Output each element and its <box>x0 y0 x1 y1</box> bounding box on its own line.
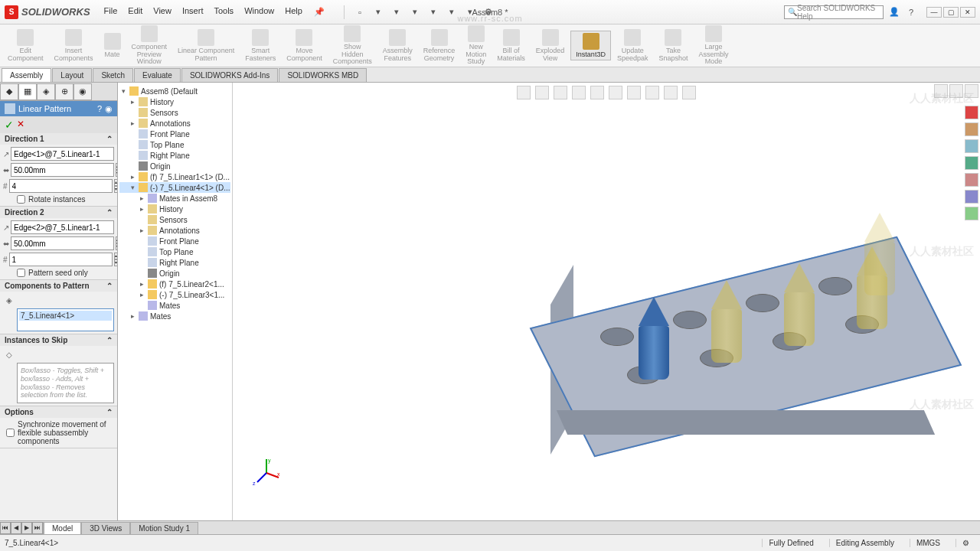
pin-icon[interactable]: 📌 <box>313 6 325 18</box>
section-icon[interactable] <box>572 86 586 99</box>
cmdtab-assembly[interactable]: Assembly <box>2 68 51 82</box>
tree-node[interactable]: ▸(-) 7_5.Linear3<1... <box>119 289 230 300</box>
tree-node[interactable]: Origin <box>119 161 230 171</box>
tree-node[interactable]: Front Plane <box>119 129 230 139</box>
ribbon-large[interactable]: LargeAssemblyMode <box>694 24 733 68</box>
pattern-seed-check[interactable]: Pattern seed only <box>3 269 114 277</box>
spin-up[interactable]: ▴ <box>114 253 118 259</box>
sync-flexible-check[interactable]: Synchronize movement of flexible subasse… <box>3 420 114 445</box>
design-library-icon[interactable] <box>965 122 978 136</box>
menu-edit[interactable]: Edit <box>128 6 142 18</box>
display-style-icon[interactable] <box>609 86 622 99</box>
ribbon-component[interactable]: ComponentPreviewWindow <box>127 24 172 68</box>
close-button[interactable]: ✕ <box>960 7 975 18</box>
spin-down[interactable]: ▾ <box>114 259 118 266</box>
pm-ok-button[interactable]: ✓ <box>5 119 14 131</box>
ribbon-bill-of[interactable]: Bill ofMaterials <box>492 28 530 64</box>
tree-node[interactable]: Mates <box>119 300 230 311</box>
help-search[interactable]: 🔍 Search SOLIDWORKS Help <box>784 5 884 19</box>
status-units[interactable]: MMGS <box>910 539 946 547</box>
tree-node[interactable]: ▸History <box>119 96 230 107</box>
section-direction2[interactable]: Direction 2⌃ <box>0 207 117 218</box>
orientation-triad[interactable]: y x z <box>251 458 282 488</box>
pm-help-icon[interactable]: ? <box>97 104 102 113</box>
ribbon-show[interactable]: ShowHiddenComponents <box>328 24 377 68</box>
hide-show-icon[interactable] <box>627 86 641 99</box>
cmdtab-solidworks-mbd[interactable]: SOLIDWORKS MBD <box>279 68 367 82</box>
tree-node[interactable]: ▸(f) 7_5.Linear1<1> (D... <box>119 171 230 182</box>
tab-motion-study[interactable]: Motion Study 1 <box>130 522 198 534</box>
tree-node[interactable]: ▸Mates <box>119 311 230 321</box>
ribbon-new[interactable]: NewMotionStudy <box>461 24 491 68</box>
list-item[interactable]: 7_5.Linear4<1> <box>19 311 112 321</box>
pm-cancel-button[interactable]: ✕ <box>17 119 24 131</box>
restore-button[interactable]: ▢ <box>943 7 959 18</box>
tree-node[interactable]: Origin <box>119 268 230 279</box>
feature-tree[interactable]: ▾Assem8 (Default▸HistorySensors▸Annotati… <box>118 83 233 534</box>
tree-node[interactable]: Sensors <box>119 214 230 225</box>
tab-model[interactable]: Model <box>44 522 81 534</box>
tab-first-icon[interactable]: ⏮ <box>0 522 11 534</box>
pm-tab-feature[interactable]: ◆ <box>0 83 18 100</box>
3d-model[interactable] <box>485 182 975 473</box>
ribbon-move[interactable]: MoveComponent <box>282 28 327 64</box>
menu-help[interactable]: Help <box>285 6 302 18</box>
cmdtab-solidworks-add-ins[interactable]: SOLIDWORKS Add-Ins <box>181 68 278 82</box>
tree-node[interactable]: ▾(-) 7_5.Linear4<1> (D... <box>119 182 230 193</box>
tab-last-icon[interactable]: ⏭ <box>32 522 43 534</box>
tree-node[interactable]: Top Plane <box>119 139 230 150</box>
prev-view-icon[interactable] <box>554 86 567 99</box>
pm-tab-display[interactable]: ◉ <box>74 83 92 100</box>
menu-view[interactable]: View <box>153 6 172 18</box>
undo-icon[interactable]: ▾ <box>427 6 439 18</box>
dir1-count-input[interactable] <box>9 179 113 193</box>
solidworks-resources-icon[interactable] <box>965 106 978 119</box>
zoom-fit-icon[interactable] <box>517 86 531 99</box>
pm-tab-dim[interactable]: ⊕ <box>55 83 74 100</box>
ribbon-mate[interactable]: Mate <box>100 31 126 60</box>
viewport-maximize-icon[interactable] <box>949 84 963 98</box>
tree-node[interactable]: ▸Annotations <box>119 118 230 129</box>
view-palette-icon[interactable] <box>965 156 978 170</box>
status-custom-icon[interactable]: ⚙ <box>956 539 975 547</box>
menu-insert[interactable]: Insert <box>182 6 204 18</box>
ribbon-instant3d[interactable]: Instant3D <box>570 31 611 61</box>
zoom-area-icon[interactable] <box>535 86 549 99</box>
tree-node[interactable]: ▸(f) 7_5.Linear2<1... <box>119 279 230 289</box>
cmdtab-layout[interactable]: Layout <box>52 68 92 82</box>
ribbon-update[interactable]: UpdateSpeedpak <box>612 28 653 64</box>
tree-node[interactable]: Top Plane <box>119 246 230 257</box>
ribbon-reference[interactable]: ReferenceGeometry <box>419 28 460 64</box>
section-components[interactable]: Components to Pattern⌃ <box>0 280 117 292</box>
viewport-minimize-icon[interactable] <box>934 84 948 98</box>
dir1-edge-input[interactable] <box>11 147 114 161</box>
cmdtab-sketch[interactable]: Sketch <box>93 68 133 82</box>
save-icon[interactable]: ▾ <box>390 6 403 18</box>
viewport-close-icon[interactable] <box>965 84 978 98</box>
apply-scene-icon[interactable] <box>664 86 678 99</box>
section-direction1[interactable]: Direction 1⌃ <box>0 133 117 145</box>
view-orient-icon[interactable] <box>590 86 604 99</box>
view-settings-icon[interactable] <box>682 86 696 99</box>
tab-prev-icon[interactable]: ◀ <box>11 522 21 534</box>
ribbon-linear-component[interactable]: Linear ComponentPattern <box>173 28 239 64</box>
ribbon-edit[interactable]: EditComponent <box>3 28 48 64</box>
section-instances-skip[interactable]: Instances to Skip⌃ <box>0 334 117 346</box>
dir2-spacing-input[interactable] <box>11 236 114 250</box>
edit-appearance-icon[interactable] <box>645 86 659 99</box>
pm-pin-icon[interactable]: ◉ <box>105 104 113 114</box>
tree-node[interactable]: ▸Mates in Assem8 <box>119 193 230 204</box>
tree-node[interactable]: ▸Annotations <box>119 225 230 236</box>
tree-node[interactable]: Sensors <box>119 107 230 118</box>
print-icon[interactable]: ▾ <box>409 6 421 18</box>
section-options[interactable]: Options⌃ <box>0 406 117 418</box>
ribbon-insert[interactable]: InsertComponents <box>50 28 98 64</box>
direction-icon[interactable]: ↗ <box>3 221 9 233</box>
pm-tab-property[interactable]: ▦ <box>18 83 37 100</box>
dir2-count-input[interactable] <box>9 253 113 266</box>
tree-node[interactable]: Right Plane <box>119 150 230 161</box>
tree-node[interactable]: ▸History <box>119 204 230 214</box>
help-icon[interactable]: ? <box>905 6 917 18</box>
tree-node[interactable]: Front Plane <box>119 236 230 246</box>
components-listbox[interactable]: 7_5.Linear4<1> <box>17 308 114 331</box>
